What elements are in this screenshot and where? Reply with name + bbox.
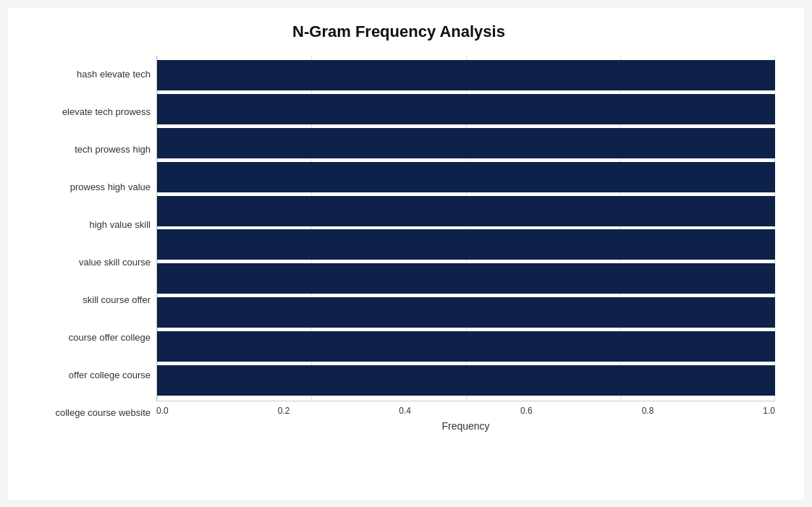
bar-5	[157, 229, 775, 260]
bar-1	[157, 94, 775, 124]
y-label-8: offer college course	[69, 370, 151, 381]
bar-6	[157, 263, 775, 294]
y-label-4: high value skill	[89, 219, 151, 231]
bar-row-5	[157, 228, 775, 261]
y-label-6: skill course offer	[83, 294, 151, 306]
x-tick-5: 1.0	[763, 406, 775, 416]
bar-row-3	[157, 161, 775, 194]
bar-row-6	[157, 262, 775, 295]
bar-row-0	[157, 59, 775, 92]
bar-7	[157, 297, 775, 328]
bar-row-8	[157, 330, 775, 363]
bar-9	[157, 365, 775, 396]
y-axis: hash elevate techelevate tech prowesstec…	[22, 56, 156, 432]
y-label-3: prowess high value	[70, 182, 151, 193]
y-label-5: value skill course	[79, 257, 151, 268]
bar-8	[157, 331, 775, 362]
y-label-9: college course website	[55, 407, 151, 419]
x-tick-4: 0.8	[642, 406, 654, 416]
bar-row-1	[157, 93, 775, 126]
chart-container: N-Gram Frequency Analysis hash elevate t…	[8, 8, 804, 500]
x-tick-3: 0.6	[520, 406, 533, 416]
x-axis-label: Frequency	[156, 420, 775, 432]
bars-and-xaxis: 0.00.20.40.60.81.0 Frequency	[156, 56, 775, 432]
bar-row-7	[157, 296, 775, 329]
bar-0	[157, 60, 775, 90]
y-label-7: course offer college	[69, 332, 151, 344]
x-tick-1: 0.2	[278, 406, 290, 416]
bar-row-2	[157, 127, 775, 160]
bar-2	[157, 128, 775, 158]
bars-area	[156, 56, 775, 401]
bar-row-4	[157, 195, 775, 228]
y-label-1: elevate tech prowess	[62, 106, 151, 118]
x-axis: 0.00.20.40.60.81.0	[156, 401, 775, 416]
y-label-0: hash elevate tech	[77, 69, 151, 80]
x-tick-0: 0.0	[156, 406, 169, 416]
bar-4	[157, 196, 775, 226]
y-label-2: tech prowess high	[75, 144, 151, 155]
chart-area: hash elevate techelevate tech prowesstec…	[22, 56, 775, 432]
bar-3	[157, 162, 775, 192]
x-tick-2: 0.4	[399, 406, 411, 416]
bar-row-9	[157, 364, 775, 397]
chart-title: N-Gram Frequency Analysis	[22, 22, 775, 41]
